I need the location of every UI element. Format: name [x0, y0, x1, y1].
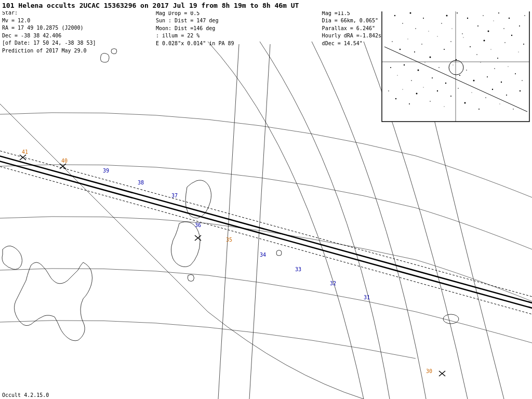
svg-point-88 — [464, 102, 466, 104]
svg-point-23 — [457, 12, 458, 14]
svg-point-36 — [524, 15, 525, 16]
svg-point-87 — [458, 88, 459, 89]
svg-point-32 — [503, 28, 504, 29]
svg-point-77 — [388, 90, 389, 91]
svg-point-76 — [522, 80, 523, 81]
svg-point-62 — [424, 62, 425, 62]
svg-text:34: 34 — [260, 252, 266, 258]
svg-point-48 — [470, 46, 471, 47]
info-left: Star: Mv = 12.0 RA = 17 49 10.2875 (J200… — [2, 9, 96, 55]
svg-point-54 — [511, 35, 512, 36]
svg-point-64 — [438, 67, 440, 68]
svg-point-20 — [441, 23, 442, 24]
svg-point-33 — [509, 18, 510, 19]
map-svg: 41 40 39 38 37 36 35 34 33 32 31 30 — [0, 0, 532, 399]
svg-point-31 — [498, 12, 499, 14]
svg-point-22 — [451, 28, 452, 29]
svg-point-80 — [409, 103, 410, 104]
star-ofdate: [of Date: 17 50 24, -38 38 53] — [2, 39, 96, 47]
svg-point-92 — [492, 89, 493, 90]
ellipse: E 0.028"x 0.014" in PA 89 — [156, 40, 234, 48]
svg-point-38 — [400, 49, 401, 50]
header: 101 Helena occults 2UCAC 15363296 on 201… — [0, 0, 532, 11]
svg-text:33: 33 — [295, 267, 301, 272]
svg-text:39: 39 — [103, 168, 109, 174]
svg-point-47 — [463, 37, 463, 37]
star-dec: Dec = -38 38 42.406 — [2, 32, 96, 40]
svg-point-89 — [471, 92, 472, 92]
svg-point-75 — [515, 73, 516, 74]
main-container: 41 40 39 38 37 36 35 34 33 32 31 30 101 … — [0, 0, 532, 399]
svg-point-95 — [513, 109, 514, 110]
svg-point-58 — [397, 75, 397, 75]
svg-point-21 — [446, 15, 448, 17]
svg-point-30 — [493, 20, 494, 21]
svg-point-52 — [497, 58, 498, 59]
svg-point-25 — [467, 18, 468, 19]
svg-point-67 — [459, 75, 460, 76]
svg-point-53 — [504, 42, 506, 43]
svg-point-82 — [423, 87, 423, 87]
footer: Occult 4.2.15.0 — [2, 392, 49, 398]
star-prediction: Prediction of 2017 May 29.0 — [2, 47, 96, 55]
svg-point-74 — [508, 66, 508, 66]
svg-point-71 — [487, 76, 488, 77]
asteroid-hourly-dra: Hourly dRA =-1.842s — [322, 32, 381, 40]
svg-point-63 — [432, 77, 433, 78]
svg-text:41: 41 — [22, 149, 28, 155]
svg-point-91 — [485, 97, 486, 98]
illum: : illum = 22 % — [156, 32, 234, 40]
svg-point-96 — [520, 90, 521, 91]
asteroid-parallax: Parallax = 6.246" — [322, 25, 381, 33]
svg-point-68 — [466, 70, 467, 71]
svg-point-60 — [411, 80, 412, 81]
svg-point-35 — [519, 25, 520, 26]
svg-text:38: 38 — [138, 180, 144, 185]
svg-point-65 — [445, 83, 446, 84]
svg-point-57 — [390, 67, 391, 68]
svg-point-45 — [450, 41, 451, 42]
svg-text:32: 32 — [330, 281, 336, 286]
svg-point-81 — [416, 93, 418, 95]
svg-point-39 — [407, 38, 408, 39]
svg-text:31: 31 — [364, 295, 370, 300]
svg-point-27 — [477, 25, 478, 26]
svg-point-29 — [488, 31, 489, 32]
svg-point-90 — [478, 109, 480, 110]
svg-text:36: 36 — [195, 222, 201, 228]
svg-point-15 — [410, 12, 411, 14]
svg-point-66 — [453, 64, 453, 65]
svg-point-49 — [476, 54, 477, 55]
svg-point-41 — [421, 44, 422, 45]
svg-point-13 — [394, 15, 395, 16]
svg-point-14 — [402, 23, 403, 24]
sun-dist: Sun : Dist = 147 deg — [156, 17, 234, 25]
svg-text:37: 37 — [171, 193, 178, 198]
svg-point-94 — [506, 95, 507, 96]
svg-point-56 — [523, 44, 524, 45]
svg-point-28 — [483, 15, 484, 16]
svg-point-78 — [395, 98, 396, 99]
star-ra: RA = 17 49 10.2875 (J2000) — [2, 24, 96, 32]
svg-point-85 — [444, 106, 444, 107]
svg-point-79 — [402, 89, 403, 89]
star-mv: Mv = 12.0 — [2, 17, 96, 25]
svg-point-24 — [462, 33, 463, 34]
svg-point-61 — [418, 70, 419, 71]
svg-point-16 — [415, 28, 416, 29]
svg-text:40: 40 — [61, 158, 68, 164]
asteroid-dia: Dia = 66km, 0.065" — [322, 17, 381, 25]
svg-point-83 — [430, 101, 431, 102]
svg-text:30: 30 — [426, 368, 432, 374]
title-line: 101 Helena occults 2UCAC 15363296 on 201… — [2, 1, 530, 10]
svg-point-86 — [450, 96, 451, 97]
asteroid-ddec: dDec = 14.54" — [322, 40, 381, 48]
moon-dist: Moon: Dist =146 deg — [156, 25, 234, 33]
svg-point-44 — [444, 49, 445, 50]
svg-point-51 — [490, 49, 491, 49]
svg-point-93 — [499, 103, 500, 104]
svg-point-40 — [414, 51, 415, 52]
svg-point-55 — [518, 51, 518, 52]
svg-point-72 — [494, 68, 495, 69]
svg-point-84 — [437, 90, 438, 91]
